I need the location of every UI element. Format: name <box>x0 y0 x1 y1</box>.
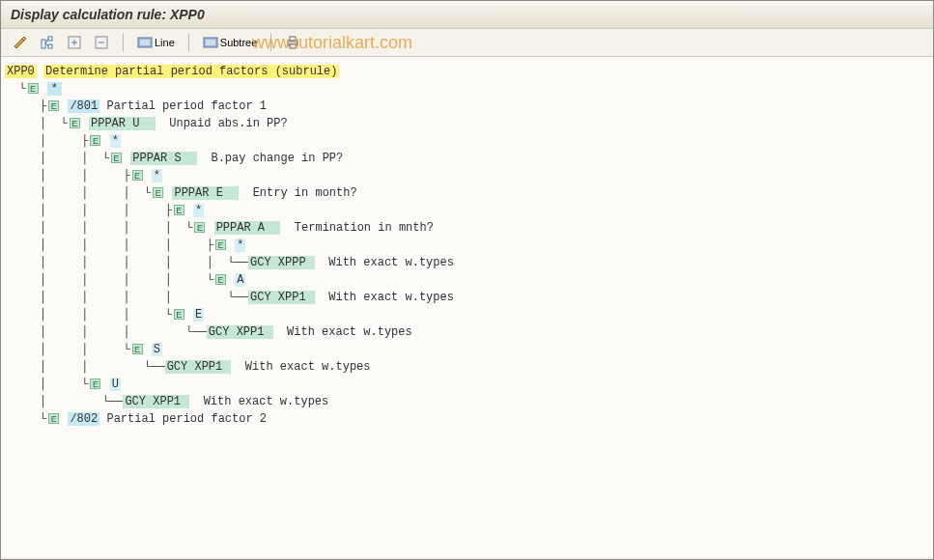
tree-row[interactable]: │ │ └E S <box>5 341 929 358</box>
node-code: PPPAR U <box>89 117 156 130</box>
node-code: * <box>110 134 121 148</box>
expand-node-icon[interactable]: E <box>48 100 59 111</box>
node-desc: With exact w.types <box>328 256 454 269</box>
separator <box>123 34 124 51</box>
tree-row[interactable]: │ │ └E PPPAR S B.pay change in PP? <box>5 150 929 167</box>
tree-row[interactable]: └E * <box>5 80 929 98</box>
node-code: GCY XPP1 <box>207 325 273 339</box>
separator <box>188 34 189 51</box>
node-desc: Partial period factor 1 <box>106 99 267 113</box>
tree-row[interactable]: │ │ │ │ └E PPPAR A Termination in mnth? <box>5 219 929 237</box>
tree-row[interactable]: │ └E PPPAR U Unpaid abs.in PP? <box>5 115 929 132</box>
node-code: GCY XPP1 <box>123 395 189 408</box>
separator <box>270 34 271 51</box>
title-text: Display calculation rule: XPP0 <box>11 7 205 22</box>
expand-node-icon[interactable]: E <box>174 309 184 320</box>
expand-node-icon[interactable]: E <box>90 378 100 389</box>
node-desc: Entry in month? <box>253 186 357 200</box>
node-code: GCY XPPP <box>248 256 315 269</box>
tree-row[interactable]: │ │ ├E * <box>5 167 929 184</box>
tree-row[interactable]: │ │ │ └E E <box>5 306 929 323</box>
node-code: PPPAR E <box>172 186 239 200</box>
window-title: Display calculation rule: XPP0 <box>1 1 933 29</box>
expand-node-icon[interactable]: E <box>28 83 39 94</box>
tree-row[interactable]: │ │ │ │ │ └──GCY XPPP With exact w.types <box>5 254 929 271</box>
node-desc: Partial period factor 2 <box>106 412 267 426</box>
subtree-label: Subtree <box>220 37 258 48</box>
expand-node-icon[interactable]: E <box>174 205 184 215</box>
node-code: /801 <box>68 99 99 113</box>
tree-row[interactable]: ├E /801 Partial period factor 1 <box>5 98 929 115</box>
node-code: S <box>152 343 162 356</box>
tree-row[interactable]: │ ├E * <box>5 132 929 150</box>
node-code: PPPAR A <box>214 221 281 235</box>
tree-row[interactable]: └E /802 Partial period factor 2 <box>5 410 929 428</box>
line-label: Line <box>155 37 175 48</box>
select-line-button[interactable]: Line <box>133 33 179 52</box>
node-desc: Termination in mnth? <box>295 221 434 235</box>
node-desc: With exact w.types <box>245 360 371 374</box>
svg-rect-19 <box>290 37 296 41</box>
tree-row[interactable]: │ └──GCY XPP1 With exact w.types <box>5 393 929 410</box>
tree-row[interactable]: │ │ └──GCY XPP1 With exact w.types <box>5 358 929 376</box>
watermark-text: www.tutorialkart.com <box>252 33 412 53</box>
node-code: * <box>152 169 162 182</box>
print-icon[interactable] <box>281 33 304 52</box>
tree-row[interactable]: │ │ │ └E PPPAR E Entry in month? <box>5 184 929 202</box>
expand-node-icon[interactable]: E <box>132 344 143 354</box>
tree-row[interactable]: │ │ │ │ └──GCY XPP1 With exact w.types <box>5 289 929 306</box>
tree-row[interactable]: │ │ │ │ └E A <box>5 271 929 289</box>
tree-row[interactable]: │ │ │ │ ├E * <box>5 237 929 254</box>
expand-icon[interactable] <box>63 33 86 52</box>
tree-row[interactable]: │ │ │ └──GCY XPP1 With exact w.types <box>5 323 929 341</box>
node-code: E <box>193 308 204 322</box>
node-code: U <box>110 378 121 391</box>
node-desc: Unpaid abs.in PP? <box>169 117 287 130</box>
svg-rect-1 <box>48 37 52 41</box>
svg-rect-0 <box>42 40 45 48</box>
expand-node-icon[interactable]: E <box>70 118 80 128</box>
tree-row[interactable]: │ └E U <box>5 376 929 393</box>
node-desc: With exact w.types <box>204 395 329 408</box>
svg-rect-2 <box>48 44 52 48</box>
node-desc: With exact w.types <box>328 291 454 304</box>
node-code: /802 <box>68 412 99 426</box>
node-code: * <box>235 238 245 252</box>
expand-node-icon[interactable]: E <box>215 239 226 250</box>
toggle-change-icon[interactable] <box>9 33 32 52</box>
node-code: XPP0 <box>5 65 37 78</box>
collapse-icon[interactable] <box>90 33 113 52</box>
select-subtree-button[interactable]: Subtree <box>199 33 262 52</box>
expand-node-icon[interactable]: E <box>48 413 59 424</box>
svg-rect-20 <box>290 44 296 48</box>
node-code: * <box>193 204 204 217</box>
node-code: A <box>235 273 245 287</box>
expand-node-icon[interactable]: E <box>90 135 100 146</box>
node-code: PPPAR S <box>130 152 197 165</box>
toolbar: Line Subtree www.tutorialkart.com <box>1 29 933 57</box>
node-code: GCY XPP1 <box>248 291 315 304</box>
expand-node-icon[interactable]: E <box>153 187 163 198</box>
node-desc: Determine partial period factors (subrul… <box>43 65 339 78</box>
tree-row[interactable]: │ │ │ ├E * <box>5 202 929 219</box>
expand-node-icon[interactable]: E <box>194 222 205 233</box>
display-attrs-icon[interactable] <box>36 33 59 52</box>
expand-node-icon[interactable]: E <box>111 153 122 163</box>
expand-node-icon[interactable]: E <box>132 170 143 181</box>
node-code: GCY XPP1 <box>165 360 232 374</box>
node-desc: With exact w.types <box>287 325 412 339</box>
tree-content: XPP0 Determine partial period factors (s… <box>1 57 933 557</box>
expand-node-icon[interactable]: E <box>215 274 226 285</box>
tree-row-root[interactable]: XPP0 Determine partial period factors (s… <box>5 63 929 80</box>
node-desc: B.pay change in PP? <box>211 152 343 165</box>
node-code: * <box>47 82 62 96</box>
